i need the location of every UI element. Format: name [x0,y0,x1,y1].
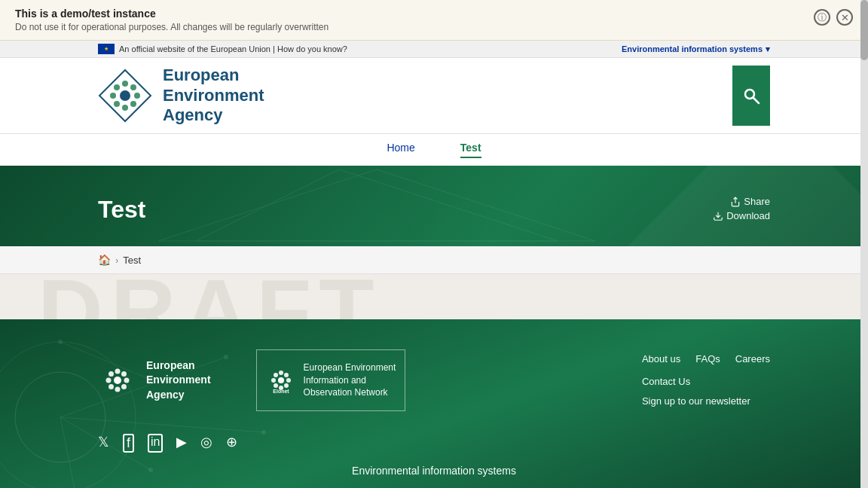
agency-name-line1: European [163,66,239,84]
youtube-icon[interactable]: ▶ [176,434,187,453]
breadcrumb-home-link[interactable]: 🏠 [98,254,111,266]
svg-point-33 [115,387,121,392]
svg-point-39 [284,373,289,377]
elonet-desc-line2: Information and [304,375,366,386]
elonet-logo-icon: Elonet [266,365,296,395]
elonet-block: Elonet European Environment Information … [256,349,406,411]
elonet-text: European Environment Information and Obs… [304,361,396,399]
env-info-systems-toggle[interactable]: Environmental information systems ▾ [622,44,770,54]
svg-text:Elonet: Elonet [273,389,289,394]
svg-point-37 [114,377,121,384]
download-button[interactable]: Download [713,210,770,221]
share-label: Share [744,196,770,207]
footer-logo: European Environment Agency [98,349,211,411]
careers-link[interactable]: Careers [735,349,770,369]
footer-agency-line1: European [146,359,195,371]
footer-links: About us FAQs Careers Contact Us Sign up… [642,349,770,411]
agency-name-line2: Environment [163,86,264,105]
instagram-icon[interactable]: ◎ [200,434,212,453]
social-icons: 𝕏 f in ▶ ◎ ⊕ [98,434,770,453]
search-button[interactable] [732,66,770,126]
site-footer: European Environment Agency E [0,319,868,488]
svg-point-4 [130,101,136,107]
agency-name-line3: Agency [163,105,222,124]
site-header: European Environment Agency [0,58,868,133]
svg-point-35 [106,378,112,383]
demo-banner-title: This is a demo/test instance [15,8,329,20]
breadcrumb-separator: › [115,255,118,266]
svg-point-1 [122,81,128,87]
svg-line-20 [60,417,264,432]
svg-line-11 [753,98,759,103]
svg-point-44 [271,378,276,383]
hero-actions: Share Download [713,196,770,221]
svg-point-36 [108,371,114,377]
svg-point-28 [58,340,63,344]
rss-icon[interactable]: ⊕ [226,434,237,453]
nav-item-home[interactable]: Home [387,142,414,158]
elonet-desc-line1: European Environment [304,362,396,373]
footer-agency-name: European Environment Agency [146,358,211,403]
svg-point-7 [110,93,116,99]
scrollbar[interactable] [860,0,868,488]
eu-flag: ★ [98,44,115,54]
svg-point-40 [286,378,291,383]
svg-point-43 [274,383,278,388]
newsletter-link[interactable]: Sign up to our newsletter [642,395,750,407]
svg-point-3 [134,93,140,99]
svg-point-34 [108,384,114,389]
chevron-down-icon: ▾ [766,44,770,54]
share-button[interactable]: Share [730,196,770,207]
nav-item-test[interactable]: Test [460,142,481,158]
svg-point-32 [121,384,127,389]
twitter-icon[interactable]: 𝕏 [98,434,109,453]
logo-area[interactable]: European Environment Agency [98,66,264,125]
search-icon [742,87,760,105]
hero-decoration [151,166,603,246]
env-systems-label: Environmental information systems [622,44,763,53]
facebook-icon[interactable]: f [123,434,134,453]
faqs-link[interactable]: FAQs [695,349,720,369]
demo-banner-text: This is a demo/test instance Do not use … [15,8,329,32]
watermark-text: DRAFT [38,274,382,319]
footer-top: European Environment Agency E [98,349,770,411]
svg-point-5 [122,105,128,111]
svg-point-9 [120,90,130,101]
footer-links-row3: Sign up to our newsletter [642,392,770,411]
demo-banner-actions: ⓘ ✕ [814,9,853,26]
breadcrumb: 🏠 › Test [0,246,868,274]
eu-bar-left: ★ An official website of the European Un… [98,44,347,54]
download-label: Download [726,210,770,221]
contact-link[interactable]: Contact Us [642,376,690,387]
svg-point-8 [114,84,120,90]
scrollbar-thumb[interactable] [860,0,868,60]
footer-links-row1: About us FAQs Careers [642,349,770,369]
about-us-link[interactable]: About us [642,349,680,369]
svg-point-41 [284,383,289,388]
breadcrumb-current: Test [123,255,141,266]
demo-banner: This is a demo/test instance Do not use … [0,0,868,41]
elonet-desc-line3: Observation Network [304,387,388,398]
svg-marker-12 [158,169,595,241]
page-title: Test [98,196,145,224]
download-icon [713,211,723,221]
svg-point-46 [278,377,284,383]
svg-line-22 [60,417,75,488]
svg-point-45 [274,373,278,377]
svg-marker-13 [196,169,558,241]
footer-links-row2: Contact Us [642,372,770,392]
close-icon[interactable]: ✕ [836,9,853,26]
eu-bar-text: An official website of the European Unio… [119,44,347,53]
watermark-area: DRAFT [0,274,868,319]
svg-point-29 [115,369,121,374]
linkedin-icon[interactable]: in [148,434,163,453]
env-systems-text: Environmental information systems [352,465,516,477]
eu-bar: ★ An official website of the European Un… [0,41,868,58]
svg-point-31 [124,378,130,383]
share-icon [730,197,741,207]
main-nav: Home Test [0,133,868,166]
info-icon[interactable]: ⓘ [814,9,830,26]
footer-agency-line3: Agency [146,389,185,401]
svg-point-30 [121,371,127,377]
svg-point-2 [130,84,136,90]
